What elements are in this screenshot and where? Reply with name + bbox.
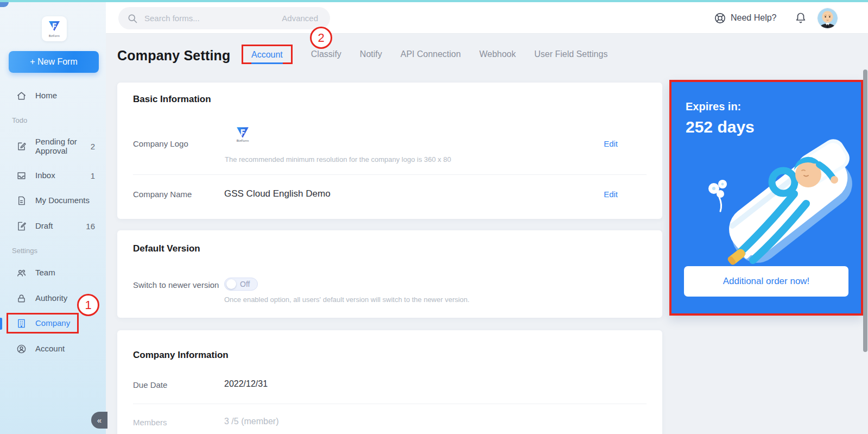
sleeping-person-illustration bbox=[671, 136, 861, 270]
annotation-step-2: 2 bbox=[310, 27, 332, 49]
sidebar-item-pending-approval[interactable]: Pending for Approval 2 bbox=[16, 134, 100, 158]
tab-webhook[interactable]: Webhook bbox=[479, 49, 516, 59]
company-information-card: Company Information Due Date 2022/12/31 … bbox=[117, 330, 662, 434]
inbox-count-badge: 1 bbox=[91, 171, 95, 180]
newer-version-toggle[interactable]: Off bbox=[224, 278, 258, 291]
default-version-card: Default Version Switch to newer version … bbox=[117, 230, 662, 318]
basic-information-card: Basic Information Company Logo BizForm T… bbox=[117, 83, 662, 219]
sidebar-section-todo: Todo bbox=[12, 116, 27, 124]
card-title: Basic Information bbox=[133, 94, 211, 105]
sidebar: BizForm + New Form Home Todo Pending for… bbox=[0, 2, 106, 434]
tab-classify[interactable]: Classify bbox=[311, 49, 341, 59]
tab-bar: Account Classify Notify API Connection W… bbox=[242, 45, 607, 64]
search-bar[interactable]: Advanced bbox=[118, 7, 330, 29]
team-icon bbox=[16, 267, 27, 278]
home-icon bbox=[16, 90, 27, 101]
additional-order-button[interactable]: Additional order now! bbox=[684, 266, 848, 297]
sidebar-item-company[interactable]: Company bbox=[16, 316, 100, 331]
expires-label: Expires in: bbox=[686, 100, 741, 113]
search-icon bbox=[127, 13, 138, 24]
draft-count-badge: 16 bbox=[86, 222, 95, 231]
sidebar-item-my-documents[interactable]: My Documents bbox=[16, 193, 100, 208]
vertical-scrollbar[interactable] bbox=[863, 70, 867, 352]
members-label: Members bbox=[133, 418, 167, 427]
sidebar-item-home[interactable]: Home bbox=[16, 88, 100, 103]
sidebar-section-settings: Settings bbox=[12, 247, 37, 255]
person-circle-icon bbox=[16, 343, 27, 354]
notifications-bell-icon[interactable] bbox=[794, 11, 807, 24]
brand-name: BizForm bbox=[49, 34, 60, 37]
toggle-state-label: Off bbox=[240, 280, 250, 288]
sidebar-item-draft[interactable]: Draft 16 bbox=[16, 218, 100, 234]
row-divider bbox=[133, 174, 647, 175]
edit-logo-link[interactable]: Edit bbox=[604, 139, 618, 148]
annotation-step-1: 1 bbox=[77, 294, 99, 316]
search-input[interactable] bbox=[144, 14, 282, 23]
tab-api-connection[interactable]: API Connection bbox=[401, 49, 461, 59]
user-avatar[interactable] bbox=[818, 8, 838, 28]
company-logo-image: BizForm bbox=[229, 127, 256, 142]
logo-resolution-hint: The recommended minimum resolution for t… bbox=[225, 155, 451, 163]
inbox-icon bbox=[16, 170, 27, 181]
building-icon bbox=[16, 318, 27, 329]
card-title: Default Version bbox=[133, 243, 200, 254]
due-date-label: Due Date bbox=[133, 380, 167, 389]
tab-user-field-settings[interactable]: User Field Settings bbox=[534, 49, 607, 59]
advanced-search-link[interactable]: Advanced bbox=[282, 14, 318, 23]
sidebar-collapse-button[interactable]: « bbox=[91, 412, 107, 429]
lock-icon bbox=[16, 293, 27, 304]
annotation-box-account-tab: Account bbox=[242, 45, 293, 64]
edit-name-link[interactable]: Edit bbox=[604, 190, 618, 199]
pending-count-badge: 2 bbox=[91, 142, 95, 151]
page-title: Company Setting bbox=[117, 48, 231, 64]
new-form-button[interactable]: + New Form bbox=[9, 51, 99, 73]
tab-account[interactable]: Account bbox=[251, 50, 283, 64]
documents-icon bbox=[16, 195, 27, 206]
lifebuoy-icon bbox=[714, 12, 726, 24]
toggle-hint: Once enabled option, all users' default … bbox=[224, 295, 470, 304]
company-name-label: Company Name bbox=[133, 190, 192, 199]
sidebar-item-account[interactable]: Account bbox=[16, 341, 100, 356]
subscription-promo-card: Expires in: 252 days bbox=[669, 80, 863, 316]
brand-logo[interactable]: BizForm bbox=[42, 16, 67, 41]
expires-days-value: 252 days bbox=[686, 118, 755, 136]
company-logo-label: Company Logo bbox=[133, 139, 188, 148]
members-value: 3 /5 (member) bbox=[224, 417, 278, 426]
switch-newer-version-label: Switch to newer version bbox=[133, 280, 224, 290]
double-chevron-left-icon: « bbox=[97, 416, 102, 425]
tab-notify[interactable]: Notify bbox=[360, 49, 382, 59]
sidebar-item-team[interactable]: Team bbox=[16, 265, 100, 280]
bizform-logo-icon bbox=[48, 21, 61, 34]
card-title: Company Information bbox=[133, 350, 229, 361]
topbar: Advanced Need Help? bbox=[106, 2, 868, 34]
top-accent-strip bbox=[0, 0, 868, 2]
company-name-value: GSS Cloud English Demo bbox=[224, 188, 331, 199]
flowers bbox=[708, 180, 727, 211]
active-item-indicator bbox=[0, 318, 2, 330]
toggle-knob bbox=[226, 279, 236, 289]
pending-approval-icon bbox=[16, 141, 27, 152]
draft-icon bbox=[16, 221, 27, 231]
need-help-button[interactable]: Need Help? bbox=[714, 2, 777, 34]
row-divider bbox=[133, 404, 647, 404]
sidebar-item-inbox[interactable]: Inbox 1 bbox=[16, 168, 100, 183]
due-date-value: 2022/12/31 bbox=[224, 379, 268, 389]
